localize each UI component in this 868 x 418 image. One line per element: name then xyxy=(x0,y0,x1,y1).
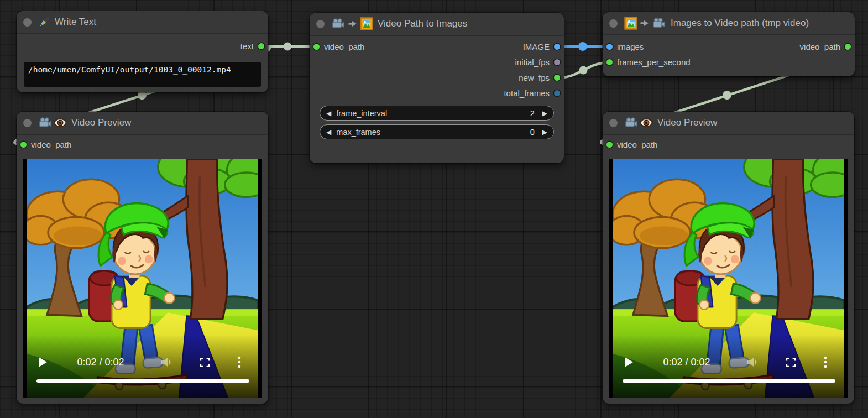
output-label: initial_fps xyxy=(515,58,550,67)
node-images-to-video-path[interactable]: Images to Video path (tmp video) images … xyxy=(603,12,855,76)
progress-bar[interactable] xyxy=(36,379,249,383)
node-title: Images to Video path (tmp video) xyxy=(671,18,809,29)
fullscreen-icon[interactable] xyxy=(784,355,797,369)
output-label: total_frames xyxy=(504,88,550,98)
node-header[interactable]: Write Text xyxy=(17,11,268,34)
pen-icon xyxy=(38,16,50,28)
output-port-video-path[interactable] xyxy=(845,44,851,50)
right-arrow-icon xyxy=(640,18,650,28)
video-camera-icon xyxy=(331,17,346,30)
output-label: IMAGE xyxy=(523,42,550,51)
video-camera-icon xyxy=(652,17,666,30)
node-header[interactable]: Video Preview xyxy=(603,112,854,135)
video-camera-icon xyxy=(624,116,639,129)
input-port-frames-per-second[interactable] xyxy=(606,59,613,65)
fullscreen-icon[interactable] xyxy=(198,355,211,369)
input-label: video_path xyxy=(617,140,657,149)
node-title: Video Preview xyxy=(71,117,131,128)
slot-row: video_path xyxy=(17,137,268,152)
node-title: Video Preview xyxy=(657,117,717,128)
widget-label: frame_interval xyxy=(336,109,387,118)
decrement-arrow-icon[interactable]: ◀ xyxy=(326,110,331,117)
node-write-text[interactable]: Write Text text /home/umen/ComfyUI/outpu… xyxy=(17,11,268,92)
slot-row: images video_path xyxy=(603,39,855,54)
graph-canvas[interactable]: Write Text text /home/umen/ComfyUI/outpu… xyxy=(0,0,868,418)
max-frames-widget[interactable]: ◀ max_frames 0 ▶ xyxy=(320,124,554,139)
slot-row: total_frames xyxy=(310,85,564,101)
widget-value: 2 xyxy=(530,109,535,118)
video-controls: 0:02 / 0:02 xyxy=(23,355,262,369)
collapse-dot[interactable] xyxy=(23,18,32,27)
node-header[interactable]: Video Preview xyxy=(17,112,268,135)
framed-picture-icon xyxy=(624,17,637,30)
input-label: video_path xyxy=(31,140,71,149)
node-header[interactable]: Video Path to Images xyxy=(310,13,564,36)
output-slot-text: text xyxy=(17,38,268,54)
output-port-initial-fps[interactable] xyxy=(554,59,560,65)
collapse-dot[interactable] xyxy=(316,20,325,28)
collapse-dot[interactable] xyxy=(23,119,32,127)
input-port-images[interactable] xyxy=(606,44,613,50)
output-label: video_path xyxy=(800,42,840,51)
slot-row: initial_fps xyxy=(310,54,564,70)
output-label: text xyxy=(240,41,254,51)
widget-label: max_frames xyxy=(336,128,380,137)
play-icon[interactable] xyxy=(38,355,48,369)
input-label: frames_per_second xyxy=(617,58,691,67)
node-video-preview-left[interactable]: Video Preview video_path 0:02 / 0:02 xyxy=(17,112,268,404)
slot-row: frames_per_second xyxy=(603,54,855,70)
progress-bar[interactable] xyxy=(623,379,835,383)
node-video-preview-right[interactable]: Video Preview video_path 0:02 / 0:02 xyxy=(603,112,854,404)
output-label: new_fps xyxy=(519,73,550,82)
frame-interval-widget[interactable]: ◀ frame_interval 2 ▶ xyxy=(320,106,554,121)
time-display: 0:02 / 0:02 xyxy=(62,355,139,369)
video-controls: 0:02 / 0:02 xyxy=(609,355,848,369)
volume-icon[interactable] xyxy=(159,355,174,369)
node-title: Video Path to Images xyxy=(378,18,467,29)
widget-value: 0 xyxy=(530,128,535,137)
increment-arrow-icon[interactable]: ▶ xyxy=(542,129,547,135)
output-port-text[interactable] xyxy=(258,43,264,49)
input-label: video_path xyxy=(324,42,364,51)
output-port-image[interactable] xyxy=(554,44,560,50)
slot-row: video_path xyxy=(603,137,854,152)
framed-picture-icon xyxy=(360,17,373,30)
increment-arrow-icon[interactable]: ▶ xyxy=(542,110,547,117)
output-port-total-frames[interactable] xyxy=(554,90,560,96)
time-display: 0:02 / 0:02 xyxy=(648,355,725,369)
collapse-dot[interactable] xyxy=(609,119,618,127)
more-options-icon[interactable] xyxy=(823,355,828,369)
slot-row: video_path IMAGE xyxy=(310,39,564,54)
decrement-arrow-icon[interactable]: ◀ xyxy=(326,129,331,135)
collapse-dot[interactable] xyxy=(609,19,618,28)
eye-icon xyxy=(54,116,67,129)
input-port-video_path[interactable] xyxy=(313,44,320,50)
node-header[interactable]: Images to Video path (tmp video) xyxy=(603,12,855,35)
eye-icon xyxy=(640,116,653,129)
input-port-video-path[interactable] xyxy=(606,142,613,148)
slot-row: new_fps xyxy=(310,70,564,85)
input-label: images xyxy=(617,42,644,51)
video-camera-icon xyxy=(38,116,53,129)
right-arrow-icon xyxy=(348,19,358,29)
volume-icon[interactable] xyxy=(745,355,760,369)
play-icon[interactable] xyxy=(624,355,634,369)
video-player[interactable]: 0:02 / 0:02 xyxy=(23,159,262,398)
text-path-field[interactable]: /home/umen/ComfyUI/output/1003_0_00012.m… xyxy=(24,62,261,87)
node-video-path-to-images[interactable]: Video Path to Images video_path IMAGE in… xyxy=(310,13,564,163)
output-port-new-fps[interactable] xyxy=(554,75,560,81)
node-title: Write Text xyxy=(55,17,96,28)
more-options-icon[interactable] xyxy=(237,355,242,369)
input-port-video-path[interactable] xyxy=(20,142,27,148)
video-player[interactable]: 0:02 / 0:02 xyxy=(609,159,848,398)
